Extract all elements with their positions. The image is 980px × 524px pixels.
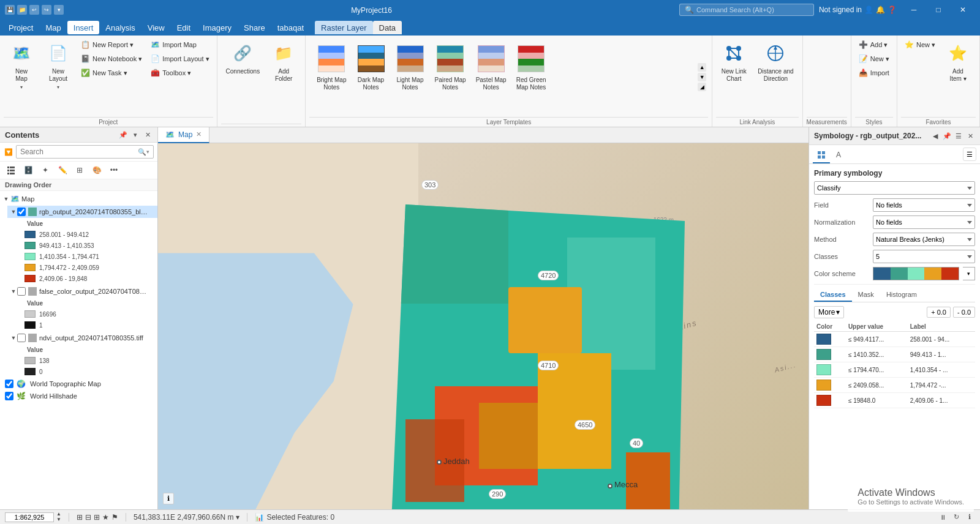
tree-expand-map[interactable]: ▼ (2, 195, 10, 203)
layer-edit-button[interactable]: ✏️ (55, 163, 70, 177)
menu-tabaqat[interactable]: tabaqat (271, 21, 310, 34)
symbology-tabs-more-button[interactable]: ☰ (963, 148, 976, 161)
class-color-2[interactable] (816, 349, 831, 360)
grid-view-icon-2[interactable]: ⊟ (85, 513, 91, 522)
save-icon[interactable]: 💾 (5, 5, 15, 15)
map-tab-map[interactable]: 🗺️ Map ✕ (158, 127, 209, 143)
method-select[interactable]: Natural Breaks (Jenks) (873, 233, 975, 246)
maximize-button[interactable]: □ (926, 0, 951, 20)
import-map-button[interactable]: 🗺️ Import Map (147, 38, 213, 51)
map-info-button[interactable]: ℹ (163, 493, 174, 504)
minimize-button[interactable]: ─ (902, 0, 926, 20)
add-folder-button[interactable]: 📁 AddFolder (266, 38, 301, 85)
redo-icon[interactable]: ↪ (42, 5, 51, 15)
symbology-back-button[interactable]: ◀ (930, 131, 940, 141)
paired-map-notes-button[interactable]: Paired MapNotes (430, 40, 471, 94)
contents-filter-icon[interactable]: 🔽 (4, 147, 13, 157)
favorites-new-button[interactable]: ⭐ New ▾ (901, 38, 939, 51)
class-color-3[interactable] (816, 364, 831, 375)
contents-search-dropdown[interactable]: ▾ (146, 149, 149, 155)
distance-direction-button[interactable]: Distance andDirection (753, 38, 798, 85)
toolbox-button[interactable]: 🧰 Toolbox ▾ (147, 66, 213, 80)
contents-close-button[interactable]: ✕ (143, 130, 153, 140)
new-link-chart-button[interactable]: New LinkChart (716, 38, 752, 85)
scale-up-button[interactable]: ▲ (56, 512, 61, 517)
layer-select-button[interactable]: ✦ (38, 163, 53, 177)
tree-row-world-topo[interactable]: 🌍 World Topographic Map (0, 378, 157, 390)
pause-render-button[interactable]: ⏸ (937, 512, 948, 523)
layer-list-view-button[interactable] (4, 163, 18, 177)
menu-share[interactable]: Share (238, 21, 271, 34)
menu-insert[interactable]: Insert (67, 21, 100, 34)
menu-view[interactable]: View (141, 21, 171, 34)
dark-map-notes-button[interactable]: Dark MapNotes (352, 40, 391, 94)
not-signed-in[interactable]: Not signed in 👤 🔔 ❓ (819, 6, 897, 14)
menu-project[interactable]: Project (2, 21, 39, 34)
menu-data[interactable]: Data (373, 21, 402, 34)
light-map-notes-button[interactable]: Light MapNotes (391, 40, 430, 94)
grid-view-icon[interactable]: ⊞ (77, 513, 83, 522)
tab-histogram[interactable]: Histogram (880, 288, 923, 302)
more-dropdown-button[interactable]: More ▾ (814, 306, 844, 318)
menu-analysis[interactable]: Analysis (99, 21, 141, 34)
layer-more-button[interactable]: ••• (107, 163, 121, 177)
map-canvas[interactable]: 1622 m Asir Mountains Asi... 303 47 (158, 143, 809, 509)
menu-map[interactable]: Map (39, 21, 67, 34)
tree-expand-rgb[interactable]: ▼ (10, 208, 17, 215)
import-layout-button[interactable]: 📄 Import Layout ▾ (147, 52, 213, 66)
close-button[interactable]: ✕ (951, 0, 975, 20)
symbology-paint-tab[interactable] (813, 148, 830, 163)
layer-table-button[interactable]: ⊞ (72, 163, 87, 177)
field-select[interactable]: No fields (873, 198, 975, 212)
tree-row-map[interactable]: ▼ 🗺️ Map (0, 193, 157, 205)
new-report-button[interactable]: 📋 New Report ▾ (77, 38, 146, 51)
new-map-button[interactable]: 🗺️ NewMap ▾ (4, 38, 39, 92)
refresh-button[interactable]: ↻ (951, 512, 962, 523)
layer-database-view-button[interactable]: 🗄️ (21, 163, 36, 177)
remove-value-button[interactable]: - 0.0 (953, 307, 975, 318)
scroll-down-arrow[interactable]: ▼ (698, 73, 706, 81)
connections-button[interactable]: 🔗 Connections (221, 38, 265, 78)
styles-new-button[interactable]: 📝 New ▾ (855, 52, 893, 66)
contents-search-input[interactable] (20, 148, 138, 156)
classes-select[interactable]: 5 (873, 250, 975, 263)
class-color-4[interactable] (816, 380, 831, 391)
scroll-up-arrow[interactable]: ▲ (698, 63, 706, 72)
menu-edit[interactable]: Edit (171, 21, 197, 34)
tree-row-rgb[interactable]: ▼ rgb_output_20240714T080355_blue.tiff (7, 206, 157, 218)
tree-check-world-hillshade[interactable] (5, 392, 13, 400)
tree-check-rgb[interactable] (17, 208, 26, 216)
flag-icon[interactable]: ⚑ (111, 513, 118, 522)
scale-down-button[interactable]: ▼ (56, 517, 61, 522)
bookmark-icon[interactable]: ★ (102, 513, 109, 522)
bright-map-notes-button[interactable]: Bright MapNotes (312, 40, 351, 94)
add-item-button[interactable]: ⭐ AddItem ▾ (940, 38, 976, 85)
menu-raster-layer[interactable]: Raster Layer (315, 21, 372, 34)
tree-row-world-hillshade[interactable]: 🌿 World Hillshade (0, 390, 157, 402)
tab-classes[interactable]: Classes (814, 288, 852, 302)
tree-row-false-color[interactable]: ▼ false_color_output_20240704T080355_n (7, 285, 157, 298)
styles-import-button[interactable]: 📥 Import (855, 66, 893, 80)
classify-select[interactable]: Classify (814, 181, 975, 195)
contents-search-bar[interactable]: 🔍 ▾ (16, 145, 154, 159)
undo-icon[interactable]: ↩ (29, 5, 39, 15)
add-value-button[interactable]: + 0.0 (927, 307, 951, 318)
symbology-label-tab[interactable]: A (831, 148, 848, 163)
grid-view-icon-3[interactable]: ⊞ (94, 513, 100, 522)
symbology-close-button[interactable]: ✕ (965, 131, 975, 141)
menu-imagery[interactable]: Imagery (197, 21, 238, 34)
symbology-auto-hide-button[interactable]: 📌 (942, 131, 952, 141)
tree-check-ndvi[interactable] (17, 334, 26, 342)
contents-more-button[interactable]: ▾ (130, 130, 140, 140)
info-status-button[interactable]: ℹ (964, 512, 975, 523)
new-notebook-button[interactable]: 📓 New Notebook ▾ (77, 52, 146, 66)
scroll-more-arrow[interactable]: ◢ (698, 83, 706, 91)
tree-expand-ndvi[interactable]: ▼ (10, 334, 17, 342)
scale-input[interactable] (5, 512, 54, 522)
tree-row-ndvi[interactable]: ▼ ndvi_output_20240714T080355.tiff (7, 332, 157, 344)
new-task-button[interactable]: ✅ New Task ▾ (77, 66, 146, 80)
contents-auto-hide-button[interactable]: 📌 (118, 130, 128, 140)
pastel-map-notes-button[interactable]: Pastel MapNotes (471, 40, 511, 94)
layer-paint-button[interactable]: 🎨 (89, 163, 104, 177)
new-layout-button[interactable]: 📄 NewLayout ▾ (40, 38, 76, 92)
